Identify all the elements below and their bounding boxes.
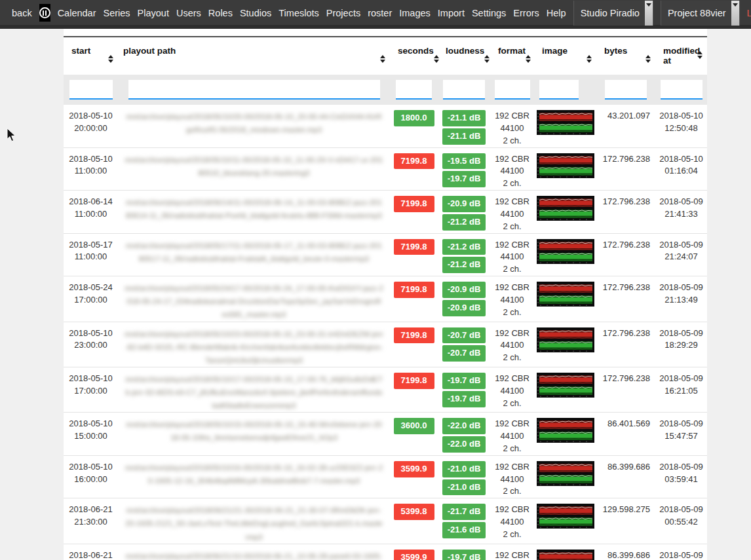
nav-item-help[interactable]: Help	[547, 8, 566, 18]
modified-time: 12:50:48	[655, 122, 707, 135]
studio-select[interactable]: Studio Piradio	[573, 1, 653, 26]
table-row[interactable]: 2018-05-10 16:00:00 mnt/archive/playout/…	[64, 456, 707, 499]
modified-time: 16:21:05	[655, 385, 707, 398]
format-channels: 2 ch.	[490, 307, 534, 319]
filter-input-format[interactable]	[495, 80, 530, 100]
nav-item-calendar[interactable]: Calendar	[58, 8, 96, 18]
table-row[interactable]: 2018-05-10 17:00:00 mnt/archive/playout/…	[64, 367, 707, 413]
start-time: 21:30:00	[64, 516, 118, 529]
col-header-start[interactable]: start	[64, 37, 118, 75]
nav-item-errors[interactable]: Errors	[513, 8, 539, 18]
table-row[interactable]: 2018-05-10 20:00:00 mnt/archive/playout/…	[64, 105, 707, 148]
modified-date: 2018-05-09	[655, 504, 707, 516]
back-link[interactable]: back	[12, 8, 32, 18]
playout-path-blurred: mnt/archive/playout/2018/05/17/11-00/201…	[126, 242, 382, 263]
format-bitrate: 192 CBR	[490, 418, 534, 430]
format-channels: 2 ch.	[490, 177, 534, 190]
format-samplerate: 44100	[490, 430, 534, 443]
nav-item-roster[interactable]: roster	[368, 8, 392, 18]
table-row[interactable]: 2018-05-10 23:00:00 mnt/archive/playout/…	[64, 322, 707, 367]
waveform-thumbnail[interactable]	[537, 153, 594, 178]
table-row[interactable]: 2018-06-21 21:30:00 mnt/archive/playout/…	[64, 498, 707, 544]
loudness-badge-integrated: -21.7 dB	[442, 504, 486, 520]
nav-item-series[interactable]: Series	[103, 8, 130, 18]
loudness-badge-integrated: -19.7 dB	[442, 550, 486, 560]
nav-item-images[interactable]: Images	[399, 8, 431, 18]
nav-item-playout[interactable]: Playout	[138, 8, 169, 18]
sort-icon[interactable]	[587, 55, 592, 63]
col-header-seconds[interactable]: seconds	[390, 37, 438, 75]
table-row[interactable]: 2018-06-21 10:00:00 mnt/archive/playout/…	[64, 544, 707, 560]
sort-icon[interactable]	[697, 51, 703, 59]
start-date: 2018-05-10	[64, 461, 118, 474]
filter-input-seconds[interactable]	[396, 80, 432, 100]
sort-icon[interactable]	[108, 55, 113, 63]
filter-input-start[interactable]	[69, 80, 113, 100]
waveform-thumbnail[interactable]	[537, 327, 594, 352]
table-row[interactable]: 2018-05-10 15:00:00 mnt/archive/playout/…	[64, 413, 707, 456]
table-row[interactable]: 2018-06-14 11:00:00 mnt/archive/playout/…	[64, 191, 707, 234]
waveform-thumbnail[interactable]	[537, 196, 594, 221]
filter-input-playout-path[interactable]	[128, 80, 380, 100]
playout-path-blurred: mnt/archive/playout/2018/05/10/16-00/201…	[125, 464, 383, 485]
bytes-value: 129.598.275	[596, 504, 655, 543]
sort-icon[interactable]	[645, 55, 651, 63]
nav-item-settings[interactable]: Settings	[472, 8, 506, 18]
start-time: 16:00:00	[64, 474, 118, 486]
sort-icon[interactable]	[380, 55, 385, 63]
waveform-thumbnail[interactable]	[537, 110, 594, 135]
format-bitrate: 192 CBR	[490, 153, 534, 166]
modified-date: 2018-05-09	[655, 327, 707, 340]
nav-item-projects[interactable]: Projects	[326, 8, 360, 18]
nav-item-timeslots[interactable]: Timeslots	[279, 8, 319, 18]
table-row[interactable]: 2018-05-17 11:00:00 mnt/archive/playout/…	[64, 234, 707, 277]
table-body: 2018-05-10 20:00:00 mnt/archive/playout/…	[64, 105, 707, 560]
format-samplerate: 44100	[490, 516, 534, 529]
table-row[interactable]: 2018-05-24 17:00:00 mnt/archive/playout/…	[64, 276, 707, 322]
waveform-thumbnail[interactable]	[537, 373, 594, 398]
waveform-thumbnail[interactable]	[537, 504, 594, 529]
modified-time: 15:47:57	[655, 430, 707, 443]
col-header-playout-path[interactable]: playout path	[118, 37, 390, 75]
nav-item-studios[interactable]: Studios	[240, 8, 271, 18]
start-date: 2018-05-10	[64, 418, 118, 430]
playout-table: start playout path seconds loudness form…	[64, 36, 707, 560]
col-header-image[interactable]: image	[534, 37, 596, 75]
start-date: 2018-05-10	[64, 110, 118, 122]
sort-icon[interactable]	[526, 55, 531, 63]
table-row[interactable]: 2018-05-10 11:00:00 mnt/archive/playout/…	[64, 148, 707, 191]
col-header-format[interactable]: format	[490, 37, 534, 75]
start-time: 17:00:00	[64, 294, 118, 307]
bytes-value: 86.399.686	[596, 461, 655, 498]
nav-item-roles[interactable]: Roles	[208, 8, 233, 18]
col-header-loudness[interactable]: loudness	[438, 37, 490, 75]
playout-path-blurred: mnt/archive/playout/2018/05/24/17-00/201…	[125, 284, 383, 318]
filter-input-loudness[interactable]	[443, 80, 485, 100]
start-date: 2018-06-21	[64, 550, 118, 560]
waveform-thumbnail[interactable]	[537, 461, 594, 486]
filter-input-bytes[interactable]	[605, 80, 647, 100]
waveform-thumbnail[interactable]	[537, 550, 594, 560]
nav-item-users[interactable]: Users	[176, 8, 201, 18]
seconds-badge: 7199.8	[394, 239, 434, 255]
project-select[interactable]: Project 88vier	[661, 1, 740, 26]
waveform-thumbnail[interactable]	[537, 282, 594, 307]
col-header-bytes[interactable]: bytes	[596, 37, 655, 75]
filter-input-modified-at[interactable]	[661, 80, 703, 100]
nav-item-import[interactable]: Import	[438, 8, 465, 18]
playout-path-blurred: mnt/archive/playout/2018/05/10/17-00/201…	[125, 375, 383, 409]
start-time: 17:00:00	[64, 385, 118, 398]
waveform-thumbnail[interactable]	[537, 239, 594, 264]
col-header-modified-at[interactable]: modified at	[655, 37, 707, 75]
start-date: 2018-05-10	[64, 153, 118, 166]
loudness-badge-integrated: -22.0 dB	[442, 418, 486, 434]
seconds-badge: 3599.9	[394, 550, 434, 560]
sort-icon[interactable]	[484, 55, 490, 63]
logout-link[interactable]: Logout	[747, 7, 751, 18]
start-date: 2018-05-10	[64, 373, 118, 385]
waveform-thumbnail[interactable]	[537, 418, 594, 443]
filter-input-image[interactable]	[539, 80, 579, 100]
bytes-value: 172.796.238	[596, 153, 655, 191]
pause-circle-icon[interactable]	[39, 4, 50, 22]
loudness-badge-range: -19.7 dB	[442, 391, 486, 407]
